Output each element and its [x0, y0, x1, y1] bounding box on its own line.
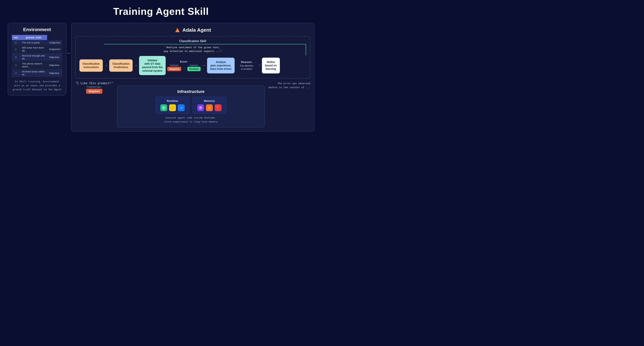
arrow-1: →	[104, 64, 108, 68]
infrastructure-row: Runtime	[122, 97, 260, 114]
classification-predictions-box: Classification Predictions	[109, 59, 132, 71]
analyze-box: Analyze gain experience, learn from erro…	[207, 58, 234, 73]
memory-icon-1	[197, 104, 204, 111]
error-arrow: →	[183, 66, 186, 69]
table-row: 0 The mic is great. Subjective	[12, 40, 62, 45]
prediction-class-label: Predicted class:	[87, 86, 102, 88]
page-title: Training Agent Skill	[113, 6, 209, 17]
lower-section: "I Like this product!" Predicted class: …	[75, 82, 310, 128]
skill-flow: Classification Instructions → Classifica…	[80, 56, 306, 75]
emoji-icon: 🙂	[169, 104, 176, 111]
meta-icon: ∞	[178, 104, 185, 111]
prediction-text: "I Like this product!"	[76, 82, 113, 85]
memory-title: Memory	[197, 99, 222, 102]
reason-section: Reason: Pay attention to emotion!	[236, 60, 257, 71]
error-badges: Predicted: Negative → Expected: Positive	[167, 64, 200, 71]
environment-table: text ground_truth 0 The mic is great. Su…	[12, 35, 62, 77]
prediction-output: "I Like this product!" Predicted class: …	[75, 82, 113, 94]
environment-description: In Skill training, Environment acts as a…	[12, 80, 62, 91]
runtime-box: Runtime	[156, 97, 190, 114]
memory-icon-3: 🔴	[215, 104, 222, 111]
error-label: Error:	[180, 60, 188, 63]
infrastructure-panel: Infrastructure Runtime	[117, 85, 265, 128]
col-header-truth: ground_truth	[20, 35, 47, 40]
environment-panel: Environment text ground_truth 0 The mic …	[8, 23, 66, 96]
classification-instructions-box: Classification Instructions	[80, 59, 103, 71]
memory-icon-2: 🔶	[206, 104, 213, 111]
environment-title: Environment	[12, 27, 62, 32]
skill-box: Classification Skill "Analyze sentiment …	[75, 36, 310, 79]
agent-header: Adala Agent	[75, 27, 310, 33]
agent-panel: Adala Agent Classification Skill "Analyz…	[71, 23, 314, 132]
table-row: 2 Not loud enough and do... Objective	[12, 53, 62, 61]
openai-icon	[160, 104, 167, 111]
svg-marker-1	[176, 28, 179, 32]
arrow-4: ↑	[258, 64, 260, 68]
positive-badge: Positive	[187, 67, 200, 71]
table-row: 3 The phone doesn't seem... Objective	[12, 61, 62, 69]
infrastructure-description: Execute agent code inside Runtime, store…	[122, 116, 260, 124]
infrastructure-title: Infrastructure	[122, 89, 260, 94]
agent-name: Adala Agent	[182, 27, 211, 33]
prediction-class-badge: Negative	[86, 89, 102, 94]
validate-box: Validate with GT data passed from the ex…	[139, 56, 166, 75]
predicted-label: Predicted:	[170, 64, 178, 66]
col-header-text: text	[12, 35, 20, 40]
refine-box: Refine based on learning	[262, 57, 280, 74]
runtime-icons: 🙂 ∞	[160, 104, 185, 111]
reason-text: Pay attention to emotion!	[240, 64, 253, 71]
prompt-text: "Analyze sentiment of the given text, pa…	[80, 45, 306, 53]
adala-logo-icon	[174, 27, 180, 33]
reason-label: Reason:	[241, 60, 252, 64]
arrow-2: →	[134, 64, 138, 68]
negative-badge: Negative	[167, 67, 181, 71]
error-memory-text: The error was observed before in the con…	[268, 82, 310, 90]
expected-label: Expected:	[190, 64, 198, 66]
table-row: 4 All three broke within tw... Objective	[12, 69, 62, 77]
skill-title: Classification Skill	[80, 39, 306, 43]
arrow-3: →	[202, 64, 206, 68]
runtime-title: Runtime	[160, 99, 185, 102]
memory-box: Memory 🔶	[192, 97, 226, 114]
memory-icons: 🔶 🔴	[197, 104, 222, 111]
table-row: 1 Will order from them ag... Subjective	[12, 45, 62, 53]
env-to-agent-arrow: →	[66, 51, 70, 56]
error-section: Error: Predicted: Negative → Expected: P…	[167, 60, 200, 71]
